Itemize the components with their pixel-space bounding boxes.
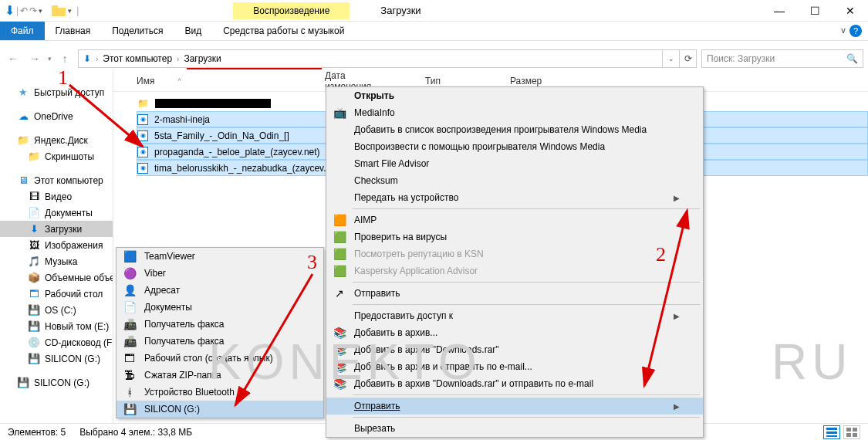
- col-type[interactable]: Тип: [425, 76, 510, 86]
- menu-item[interactable]: Предоставить доступ к▶: [326, 307, 703, 324]
- sidebar-item-screenshots[interactable]: 📁Скриншоты: [0, 148, 113, 164]
- breadcrumb-dropdown-icon[interactable]: ⌄: [662, 50, 679, 67]
- menu-item[interactable]: Вырезать: [326, 420, 703, 437]
- menu-item[interactable]: 📠Получатель факса: [117, 316, 323, 333]
- navigation-pane: ★Быстрый доступ ☁OneDrive 📁Яндекс.Диск 📁…: [0, 70, 113, 423]
- disk-icon: 💾: [28, 320, 40, 333]
- menu-item[interactable]: 🟦TeamViewer: [117, 248, 323, 265]
- chevron-icon[interactable]: ›: [96, 55, 98, 63]
- menu-item[interactable]: 🟩Проверить на вирусы: [326, 228, 703, 245]
- menu-label: MediaInfo: [354, 107, 395, 118]
- menu-item[interactable]: Smart File Advisor: [326, 155, 703, 172]
- menu-item[interactable]: ᚼУстройство Bluetooth: [117, 384, 323, 401]
- tab-share[interactable]: Поделиться: [101, 22, 174, 40]
- menu-item[interactable]: 📚Добавить в архив...: [326, 324, 703, 341]
- menu-item[interactable]: 📄Документы: [117, 299, 323, 316]
- blank-icon: [333, 191, 346, 205]
- menu-label: Kaspersky Application Advisor: [354, 266, 478, 276]
- sidebar-item-quick-access[interactable]: ★Быстрый доступ: [0, 84, 113, 100]
- menu-item[interactable]: 🟣Viber: [117, 265, 323, 282]
- menu-item[interactable]: Отправить▶: [326, 398, 703, 415]
- crumb-pc[interactable]: Этот компьютер: [103, 53, 172, 64]
- sidebar-item-yandex-disk[interactable]: 📁Яндекс.Диск: [0, 132, 113, 148]
- tab-view[interactable]: Вид: [174, 22, 212, 40]
- menu-item[interactable]: 📠Получатель факса: [117, 333, 323, 350]
- breadcrumb[interactable]: ⬇ › Этот компьютер › Загрузки ⌄ ⟳: [78, 49, 697, 68]
- window-title: Загрузки: [380, 5, 420, 16]
- ribbon-collapse-icon[interactable]: ∨: [840, 25, 846, 36]
- sidebar-item-music[interactable]: 🎵Музыка: [0, 253, 113, 269]
- help-icon[interactable]: ?: [849, 25, 862, 37]
- forward-button[interactable]: →: [26, 50, 43, 67]
- tab-music-tools[interactable]: Средства работы с музыкой: [212, 22, 355, 40]
- annotation-underline: [187, 68, 322, 69]
- sendto-submenu[interactable]: 🟦TeamViewer🟣Viber👤Адресат📄Документы📠Полу…: [116, 247, 324, 418]
- music-tools-context-tab[interactable]: Воспроизведение: [233, 2, 350, 19]
- zip-icon: 🗜: [123, 368, 137, 382]
- sidebar-item-pictures[interactable]: 🖼Изображения: [0, 237, 113, 253]
- menu-item[interactable]: ↗Отправить: [326, 285, 703, 302]
- sidebar-item-video[interactable]: 🎞Видео: [0, 188, 113, 205]
- sidebar-item-3d-objects[interactable]: 📦Объемные объекты: [0, 269, 113, 286]
- menu-item[interactable]: 🟧AIMP: [326, 212, 703, 228]
- menu-item[interactable]: 👤Адресат: [117, 282, 323, 299]
- tab-file[interactable]: Файл: [0, 22, 45, 40]
- up-button[interactable]: ↑: [56, 50, 73, 67]
- menu-item[interactable]: 📺MediaInfo: [326, 104, 703, 121]
- qa-dropdown-icon[interactable]: ▾: [39, 7, 42, 15]
- view-large-button[interactable]: [843, 425, 860, 439]
- bt-icon: ᚼ: [123, 385, 137, 399]
- sidebar-item-os-c[interactable]: 💾OS (C:): [0, 302, 113, 318]
- folder-dropdown-icon[interactable]: ▾: [68, 7, 72, 15]
- sidebar-item-cd-f[interactable]: 💿CD-дисковод (F:): [0, 334, 113, 350]
- submenu-arrow-icon: ▶: [674, 312, 680, 320]
- down-arrow-icon[interactable]: ⬇: [5, 3, 15, 18]
- sidebar-item-silicon-g[interactable]: 💾SILICON (G:): [0, 350, 113, 367]
- menu-item[interactable]: 📚Добавить в архив "Downloads.rar" и отпр…: [326, 375, 703, 392]
- sidebar-item-onedrive[interactable]: ☁OneDrive: [0, 108, 113, 124]
- minimize-button[interactable]: —: [762, 0, 797, 22]
- menu-item[interactable]: 🗜Сжатая ZIP-папка: [117, 367, 323, 384]
- sidebar-item-downloads[interactable]: ⬇Загрузки: [0, 221, 113, 237]
- history-dropdown-icon[interactable]: ▾: [48, 55, 52, 63]
- sidebar-item-newvol-e[interactable]: 💾Новый том (E:): [0, 318, 113, 334]
- kasp-icon: 🟩: [333, 230, 346, 244]
- blank-icon: [333, 157, 346, 171]
- menu-item[interactable]: Checksum: [326, 172, 703, 189]
- crumb-downloads[interactable]: Загрузки: [184, 53, 221, 64]
- menu-item[interactable]: 📚Добавить в архив и отправить по e-mail.…: [326, 358, 703, 375]
- tab-home[interactable]: Главная: [45, 22, 102, 40]
- menu-label: Проверить на вирусы: [354, 232, 447, 242]
- refresh-button[interactable]: ⟳: [679, 50, 696, 67]
- menu-item[interactable]: Открыть: [326, 87, 703, 104]
- submenu-arrow-icon: ▶: [674, 402, 680, 411]
- context-menu[interactable]: Открыть📺MediaInfoДобавить в список воспр…: [326, 86, 704, 438]
- view-details-button[interactable]: [823, 425, 840, 439]
- menu-item[interactable]: 🗔Рабочий стол (создать ярлык): [117, 350, 323, 367]
- sidebar-item-this-pc[interactable]: 🖥Этот компьютер: [0, 172, 113, 188]
- svg-rect-4: [826, 435, 837, 437]
- sidebar-item-silicon-g-root[interactable]: 💾SILICON (G:): [0, 374, 113, 391]
- kasp-icon: 🟩: [333, 247, 346, 261]
- maximize-button[interactable]: ☐: [797, 0, 833, 22]
- col-name[interactable]: Имя^: [137, 76, 325, 86]
- menu-label: Посмотреть репутацию в KSN: [354, 249, 484, 259]
- col-size[interactable]: Размер: [510, 76, 588, 86]
- ribbon-tabs: Файл Главная Поделиться Вид Средства раб…: [0, 22, 868, 41]
- menu-item[interactable]: 💾SILICON (G:): [117, 401, 323, 418]
- menu-item[interactable]: 📚Добавить в архив "Downloads.rar": [326, 341, 703, 358]
- drive-icon: 💾: [123, 402, 137, 416]
- menu-item[interactable]: Добавить в список воспроизведения проигр…: [326, 121, 703, 138]
- sidebar-item-desktop[interactable]: 🗔Рабочий стол: [0, 286, 113, 302]
- chevron-icon[interactable]: ›: [177, 55, 179, 63]
- sidebar-item-documents[interactable]: 📄Документы: [0, 205, 113, 221]
- back-button[interactable]: ←: [5, 50, 22, 67]
- down-arrow-icon: ⬇: [83, 53, 91, 64]
- undo-icon[interactable]: ↶: [20, 5, 28, 16]
- menu-item[interactable]: Воспроизвести с помощью проигрывателя Wi…: [326, 138, 703, 155]
- close-button[interactable]: ✕: [833, 0, 868, 22]
- menu-item[interactable]: Передать на устройство▶: [326, 189, 703, 206]
- search-input[interactable]: Поиск: Загрузки 🔍: [701, 49, 863, 68]
- search-icon[interactable]: 🔍: [846, 53, 858, 64]
- redo-icon[interactable]: ↷: [29, 5, 37, 16]
